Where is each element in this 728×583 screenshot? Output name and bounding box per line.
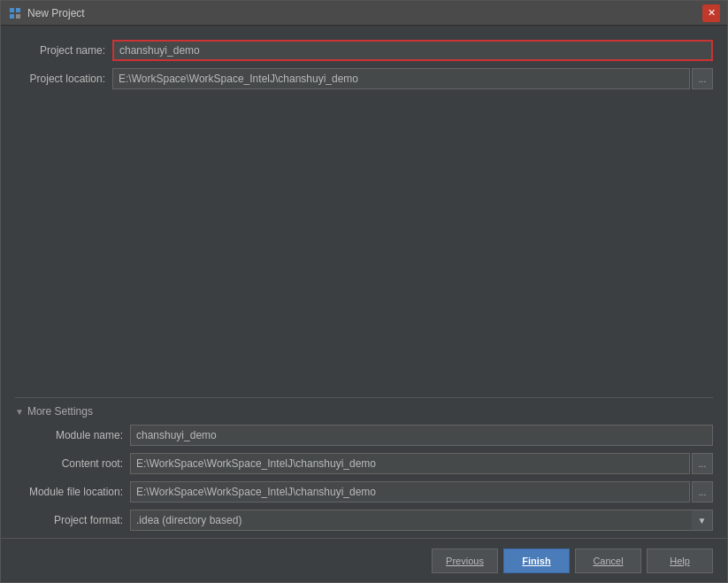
- project-location-label: Project location:: [15, 73, 112, 85]
- new-project-window: New Project ✕ Project name: Project loca…: [0, 0, 728, 583]
- finish-button[interactable]: Finish: [503, 548, 570, 573]
- close-button[interactable]: ✕: [702, 4, 720, 22]
- module-file-location-input-wrapper: ...: [130, 481, 713, 502]
- project-format-select[interactable]: .idea (directory based) .ipr (file based…: [130, 510, 713, 531]
- content-root-input-wrapper: ...: [130, 453, 713, 474]
- project-name-input[interactable]: [112, 40, 713, 61]
- project-format-label: Project format:: [15, 514, 130, 526]
- project-location-browse-button[interactable]: ...: [692, 68, 713, 89]
- svg-rect-3: [16, 14, 20, 19]
- module-file-location-browse-button[interactable]: ...: [692, 481, 713, 502]
- more-settings-arrow: ▼: [15, 407, 24, 417]
- help-button[interactable]: Help: [647, 548, 713, 573]
- content-root-input[interactable]: [130, 453, 690, 474]
- module-name-row: Module name:: [15, 425, 713, 446]
- content-root-browse-button[interactable]: ...: [692, 453, 713, 474]
- footer: Previous Finish Cancel Help: [1, 538, 727, 582]
- module-name-label: Module name:: [15, 429, 130, 441]
- svg-rect-2: [10, 14, 14, 19]
- project-location-input[interactable]: [112, 68, 690, 89]
- module-file-location-row: Module file location: ...: [15, 481, 713, 502]
- project-format-dropdown-wrapper: .idea (directory based) .ipr (file based…: [130, 510, 713, 531]
- empty-area: [15, 96, 713, 390]
- content-root-label: Content root:: [15, 457, 130, 470]
- module-file-location-input[interactable]: [130, 481, 690, 502]
- project-name-row: Project name:: [15, 40, 713, 61]
- main-content: Project name: Project location: ... ▼ Mo…: [1, 26, 727, 538]
- cancel-button[interactable]: Cancel: [575, 548, 641, 573]
- module-file-location-label: Module file location:: [15, 486, 130, 498]
- previous-button[interactable]: Previous: [432, 548, 498, 573]
- module-name-input[interactable]: [130, 425, 713, 446]
- module-name-input-wrapper: [130, 425, 713, 446]
- svg-rect-0: [10, 8, 14, 12]
- app-icon: [8, 6, 22, 20]
- more-settings-header[interactable]: ▼ More Settings: [15, 405, 713, 418]
- more-settings-section: ▼ More Settings Module name: Content roo…: [15, 397, 713, 538]
- project-name-input-wrapper: [112, 40, 713, 61]
- svg-rect-1: [16, 8, 20, 12]
- project-location-input-wrapper: ...: [112, 68, 713, 89]
- project-location-row: Project location: ...: [15, 68, 713, 89]
- more-settings-label: More Settings: [27, 405, 93, 418]
- content-root-row: Content root: ...: [15, 453, 713, 474]
- project-name-label: Project name:: [15, 44, 112, 57]
- window-title: New Project: [27, 7, 702, 19]
- project-format-row: Project format: .idea (directory based) …: [15, 510, 713, 531]
- title-bar: New Project ✕: [1, 1, 727, 26]
